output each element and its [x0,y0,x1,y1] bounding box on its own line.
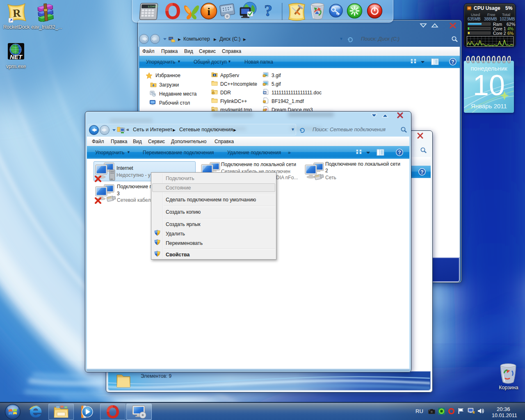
svg-text:1234567: 1234567 [148,6,159,9]
svg-text:?: ? [264,1,272,20]
svg-text:i: i [207,6,210,18]
svg-text:R: R [13,7,22,19]
svg-text:NET: NET [10,53,23,60]
